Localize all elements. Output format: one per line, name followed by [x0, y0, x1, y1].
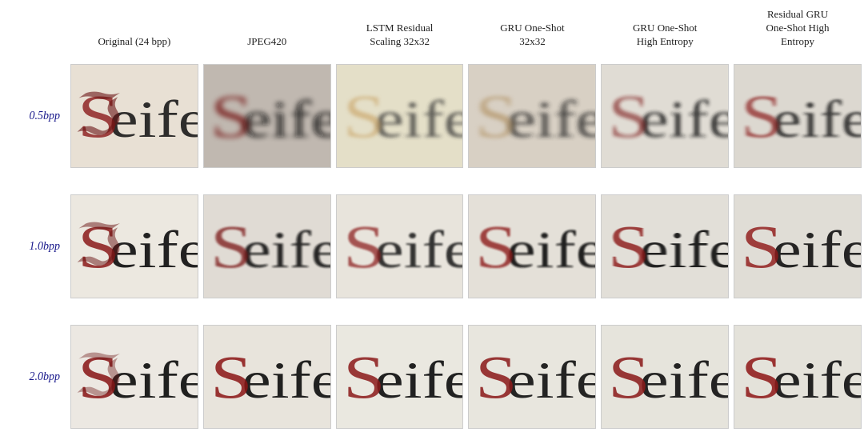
row-05bpp: 0.5bpp eife S ℑ — [4, 54, 864, 179]
image-gru2-10: eife S — [601, 194, 729, 298]
col-header-rgru: Residual GRUOne-Shot HighEntropy — [731, 8, 864, 49]
cell-jpeg-20: eife S — [201, 323, 334, 430]
svg-text:S: S — [741, 82, 783, 150]
row-10bpp: 1.0bpp eife S ℑ — [4, 184, 864, 310]
cell-lstm-05: eife S — [334, 62, 466, 170]
svg-text:eife: eife — [640, 89, 728, 148]
svg-text:eife: eife — [242, 350, 330, 409]
svg-text:eife: eife — [242, 89, 330, 148]
cell-jpeg-05: eife S — [201, 62, 334, 170]
cell-orig-10: eife S ℑ — [68, 193, 201, 300]
svg-text:eife: eife — [242, 219, 330, 278]
svg-text:eife: eife — [374, 219, 462, 278]
svg-text:eife: eife — [507, 219, 595, 278]
column-headers: Original (24 bpp) JPEG420 LSTM ResidualS… — [4, 8, 864, 49]
svg-text:S: S — [475, 82, 518, 150]
col-header-gru2: GRU One-ShotHigh Entropy — [598, 22, 731, 49]
image-jpeg-20: eife S — [203, 325, 331, 429]
svg-text:S: S — [741, 342, 783, 411]
svg-text:S: S — [475, 212, 518, 281]
svg-text:S: S — [475, 342, 518, 411]
cell-gru1-20: eife S — [466, 323, 598, 430]
image-gru2-05: eife S — [601, 64, 729, 168]
cell-orig-05: eife S ℑ — [68, 62, 201, 170]
svg-text:ℑ: ℑ — [74, 83, 123, 146]
image-orig-10: eife S ℑ — [70, 194, 198, 298]
main-container: Original (24 bpp) JPEG420 LSTM ResidualS… — [0, 0, 868, 444]
row-20bpp: 2.0bpp eife S ℑ — [4, 314, 864, 440]
image-lstm-20: eife S — [336, 325, 464, 429]
image-rgru-20: eife S — [734, 325, 862, 429]
svg-text:ℑ: ℑ — [74, 344, 123, 407]
image-jpeg-10: eife S — [203, 194, 331, 298]
svg-text:S: S — [608, 82, 650, 150]
svg-text:S: S — [343, 212, 386, 281]
row-images-10: eife S ℑ eife S — [68, 193, 864, 300]
image-orig-20: eife S ℑ — [70, 325, 198, 429]
row-label-10: 1.0bpp — [4, 240, 68, 253]
row-label-05: 0.5bpp — [4, 110, 68, 122]
cell-rgru-10: eife S — [731, 193, 864, 300]
svg-text:eife: eife — [772, 219, 860, 278]
svg-text:eife: eife — [772, 89, 860, 148]
cell-lstm-10: eife S — [334, 193, 466, 300]
svg-text:eife: eife — [374, 89, 462, 148]
svg-text:ℑ: ℑ — [74, 214, 123, 277]
cell-gru1-05: eife S — [466, 62, 598, 170]
svg-text:S: S — [210, 212, 253, 281]
col-header-jpeg: JPEG420 — [201, 35, 334, 49]
image-gru2-20: eife S — [601, 325, 729, 429]
cell-gru2-10: eife S — [598, 193, 731, 300]
image-gru1-10: eife S — [468, 194, 596, 298]
svg-text:eife: eife — [374, 350, 462, 409]
image-lstm-10: eife S — [336, 194, 464, 298]
cell-rgru-20: eife S — [731, 323, 864, 430]
cell-gru2-20: eife S — [598, 323, 731, 430]
svg-text:eife: eife — [640, 350, 728, 409]
image-lstm-05: eife S — [336, 64, 464, 168]
svg-text:S: S — [608, 212, 650, 281]
col-header-lstm: LSTM ResidualScaling 32x32 — [334, 22, 466, 49]
image-rows: 0.5bpp eife S ℑ — [4, 54, 864, 440]
col-header-gru1: GRU One-Shot32x32 — [466, 22, 598, 49]
svg-text:eife: eife — [507, 89, 595, 148]
svg-text:eife: eife — [640, 219, 728, 278]
row-images-20: eife S ℑ eife S — [68, 323, 864, 430]
svg-text:S: S — [343, 342, 386, 411]
image-jpeg-05: eife S — [203, 64, 331, 168]
svg-text:S: S — [741, 212, 783, 281]
col-header-original: Original (24 bpp) — [68, 35, 201, 49]
row-label-20: 2.0bpp — [4, 370, 68, 383]
image-gru1-05: eife S — [468, 64, 596, 168]
cell-gru2-05: eife S — [598, 62, 731, 170]
image-rgru-10: eife S — [734, 194, 862, 298]
svg-text:S: S — [608, 342, 650, 411]
image-rgru-05: eife S — [734, 64, 862, 168]
cell-orig-20: eife S ℑ — [68, 323, 201, 430]
svg-text:S: S — [343, 82, 386, 150]
cell-jpeg-10: eife S — [201, 193, 334, 300]
svg-text:S: S — [210, 342, 253, 411]
cell-gru1-10: eife S — [466, 193, 598, 300]
svg-text:eife: eife — [507, 350, 595, 409]
svg-text:S: S — [210, 82, 253, 150]
row-images-05: eife S ℑ eife S — [68, 62, 864, 170]
svg-text:eife: eife — [772, 350, 860, 409]
cell-lstm-20: eife S — [334, 323, 466, 430]
image-gru1-20: eife S — [468, 325, 596, 429]
cell-rgru-05: eife S — [731, 62, 864, 170]
image-orig-05: eife S ℑ — [70, 64, 198, 168]
